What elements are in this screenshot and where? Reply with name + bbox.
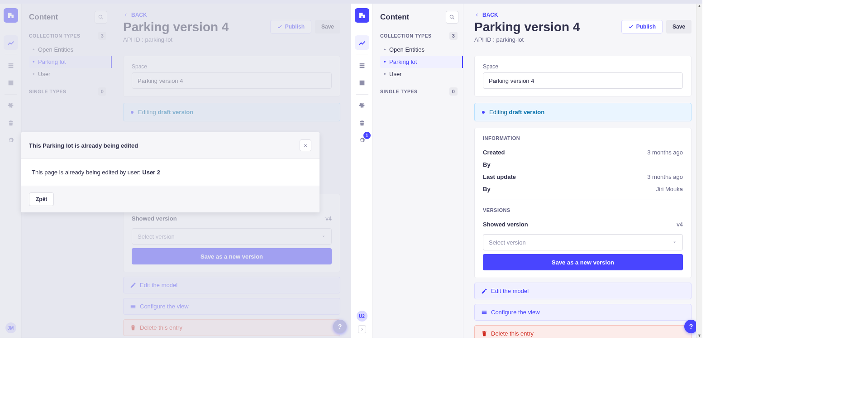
right-nav-rail: 1 U2	[351, 4, 373, 338]
updated-label: Last update	[483, 173, 516, 180]
content-icon[interactable]	[355, 35, 369, 50]
window-scrollbar[interactable]: ▲ ▼	[696, 4, 702, 338]
collection-types-count: 3	[449, 32, 458, 40]
created-label: Created	[483, 149, 505, 156]
media-icon[interactable]	[355, 76, 369, 90]
showed-version-value: v4	[677, 221, 683, 228]
configure-view-link[interactable]: Configure the view	[474, 304, 692, 321]
help-button[interactable]: ?	[333, 320, 347, 333]
editing-conflict-modal: This Parking lot is already being edited…	[21, 132, 320, 212]
scroll-up-icon[interactable]: ▲	[697, 4, 701, 8]
version-select[interactable]: Select version	[483, 234, 683, 250]
versions-section-label: Versions	[483, 207, 683, 213]
updated-by-value: Jiri Mouka	[656, 186, 683, 192]
scroll-down-icon[interactable]: ▼	[697, 333, 701, 338]
plugins-icon[interactable]	[355, 99, 369, 113]
save-new-version-button[interactable]: Save as a new version	[483, 254, 683, 270]
builder-icon[interactable]	[355, 58, 369, 73]
user-avatar[interactable]: U2	[357, 311, 367, 322]
chevron-down-icon	[672, 240, 677, 245]
settings-icon[interactable]: 1	[355, 133, 369, 148]
showed-version-label: Showed version	[483, 221, 528, 228]
settings-badge: 1	[363, 132, 371, 139]
save-button[interactable]: Save	[666, 20, 692, 34]
search-button[interactable]	[446, 11, 458, 24]
information-section-label: Information	[483, 135, 683, 141]
collection-types-label: Collection Types	[380, 33, 432, 38]
updated-value: 3 months ago	[647, 173, 683, 180]
sidebar-item-open-entities[interactable]: Open Entities	[380, 43, 458, 56]
modal-close-button[interactable]	[300, 139, 311, 151]
chevron-right-icon	[360, 327, 364, 331]
content-sidebar: Content Collection Types 3 Open Entities…	[373, 4, 463, 338]
trash-icon	[481, 331, 487, 337]
svg-point-1	[450, 15, 453, 18]
updated-by-label: By	[483, 186, 491, 192]
modal-title: This Parking lot is already being edited	[29, 142, 138, 149]
back-link[interactable]: BACK	[474, 12, 692, 18]
page-title: Parking version 4	[474, 20, 580, 34]
editing-banner: Editing draft version	[474, 103, 692, 121]
edit-model-link[interactable]: Edit the model	[474, 283, 692, 299]
search-icon	[449, 14, 455, 20]
check-icon	[628, 24, 634, 29]
arrow-left-icon	[474, 12, 480, 18]
created-value: 3 months ago	[647, 149, 683, 156]
sidebar-title: Content	[380, 13, 409, 22]
information-card: Information Created 3 months ago By Last…	[474, 128, 692, 278]
api-id: API ID : parking-lot	[474, 36, 692, 43]
sidebar-item-parking-lot[interactable]: Parking lot	[380, 56, 463, 68]
close-icon	[303, 143, 308, 148]
form-card: Space	[474, 56, 692, 96]
space-input[interactable]	[483, 72, 683, 89]
layout-icon	[481, 309, 487, 316]
status-dot-icon	[482, 111, 485, 114]
space-label: Space	[483, 63, 683, 70]
single-types-label: Single Types	[380, 89, 417, 94]
marketplace-icon[interactable]	[355, 116, 369, 130]
pencil-icon	[481, 288, 487, 294]
expand-nav-button[interactable]	[358, 325, 366, 333]
modal-body: This page is already being edited by use…	[21, 159, 320, 186]
sidebar-item-user[interactable]: User	[380, 68, 458, 80]
single-types-count: 0	[449, 87, 458, 96]
modal-back-button[interactable]: Zpět	[29, 192, 54, 206]
logo[interactable]	[355, 8, 369, 23]
publish-button[interactable]: Publish	[621, 20, 663, 34]
created-by-label: By	[483, 161, 491, 168]
delete-entry-link[interactable]: Delete this entry	[474, 325, 692, 338]
right-main-content: BACK Parking version 4 Publish Save API …	[463, 4, 702, 338]
